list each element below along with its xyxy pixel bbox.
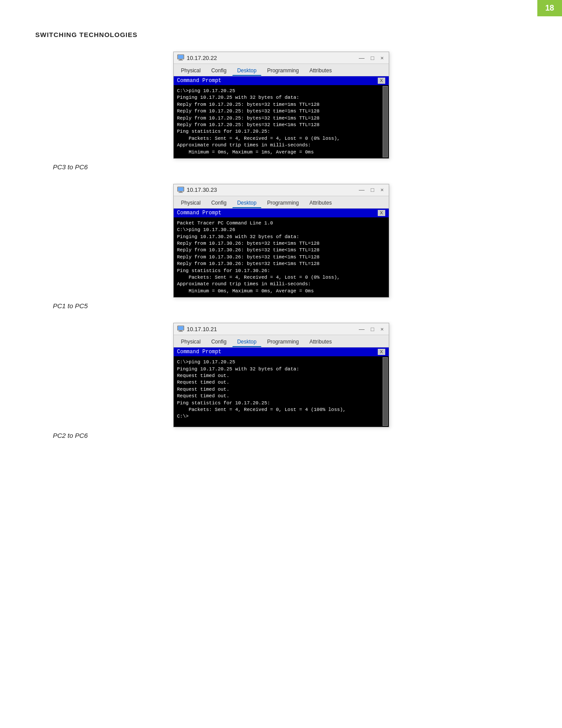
cmd-line: C:\>ping 10.17.20.25 [177,359,385,366]
cmd-body-2: Packet Tracer PC Command Line 1.0C:\>pin… [174,217,389,297]
caption-1: PC3 to PC6 [53,163,527,171]
svg-rect-10 [179,331,183,332]
titlebar-2: 10.17.30.23—□× [174,184,389,196]
tab-programming[interactable]: Programming [262,66,304,76]
tab-programming[interactable]: Programming [262,198,304,208]
tab-physical[interactable]: Physical [176,198,206,208]
tab-programming[interactable]: Programming [262,337,304,347]
os-window-2: 10.17.30.23—□×PhysicalConfigDesktopProgr… [173,184,389,298]
section-title: SWITCHING TECHNOLOGIES [35,31,527,38]
cmd-title-label: Command Prompt [177,210,222,216]
cmd-line: C:\>ping 10.17.20.25 [177,88,385,94]
cmd-header-2: Command PromptX [174,209,389,217]
cmd-header-3: Command PromptX [174,347,389,356]
window-title-2: 10.17.30.23 [187,187,217,193]
tab-config[interactable]: Config [206,66,231,76]
svg-rect-11 [178,326,183,330]
cmd-line: Packets: Sent = 4, Received = 4, Lost = … [177,274,385,281]
tab-attributes[interactable]: Attributes [305,337,337,347]
tab-desktop[interactable]: Desktop [232,337,261,347]
minimize-button[interactable]: — [357,326,366,332]
cmd-close-button[interactable]: X [378,349,385,355]
svg-rect-2 [179,60,183,60]
svg-rect-1 [179,59,182,60]
cmd-line: Packet Tracer PC Command Line 1.0 [177,220,385,227]
window-wrapper-1: 10.17.20.22—□×PhysicalConfigDesktopProgr… [35,52,527,159]
cmd-line: Ping statistics for 10.17.20.25: [177,400,385,407]
svg-rect-5 [179,191,182,192]
tab-desktop[interactable]: Desktop [232,66,261,76]
cmd-line: Reply from 10.17.20.25: bytes=32 time<1m… [177,122,385,128]
cmd-line: Pinging 10.17.20.25 with 32 bytes of dat… [177,94,385,101]
window-title-3: 10.17.10.21 [187,326,217,332]
cmd-line: Packets: Sent = 4, Received = 0, Lost = … [177,407,385,413]
tab-config[interactable]: Config [206,337,231,347]
cmd-line: Pinging 10.17.30.26 with 32 bytes of dat… [177,234,385,240]
cmd-line: Request timed out. [177,393,385,399]
page-number: 18 [537,0,562,16]
cmd-wrapper-3: Command PromptXC:\>ping 10.17.20.25Pingi… [174,347,389,427]
window-title-1: 10.17.20.22 [187,55,217,61]
tab-physical[interactable]: Physical [176,66,206,76]
cmd-line: Approximate round trip times in milli-se… [177,281,385,287]
tab-bar-3: PhysicalConfigDesktopProgrammingAttribut… [174,335,389,347]
cmd-wrapper-2: Command PromptXPacket Tracer PC Command … [174,209,389,297]
svg-rect-9 [179,330,182,331]
cmd-line: Approximate round trip times in milli-se… [177,142,385,149]
tab-config[interactable]: Config [206,198,231,208]
tab-bar-1: PhysicalConfigDesktopProgrammingAttribut… [174,64,389,76]
cmd-title-label: Command Prompt [177,349,222,355]
monitor-icon [177,325,184,332]
cmd-line: Minimum = 0ms, Maximum = 0ms, Average = … [177,288,385,295]
cmd-line: Reply from 10.17.20.25: bytes=32 time<1m… [177,115,385,122]
cmd-close-button[interactable]: X [378,78,385,84]
cmd-line: Ping statistics for 10.17.20.25: [177,128,385,135]
cmd-line: Request timed out. [177,379,385,386]
svg-rect-3 [178,55,183,59]
cmd-line: Reply from 10.17.30.26: bytes=32 time<1m… [177,240,385,247]
maximize-button[interactable]: □ [369,326,376,332]
cmd-line: Ping statistics for 10.17.30.26: [177,268,385,274]
close-button[interactable]: × [379,187,385,193]
cmd-line: Pinging 10.17.20.25 with 32 bytes of dat… [177,366,385,373]
monitor-icon [177,54,184,61]
cmd-line: Request timed out. [177,373,385,379]
cmd-line: Minimum = 0ms, Maximum = 1ms, Average = … [177,149,385,156]
cmd-line: Reply from 10.17.20.25: bytes=32 time=1m… [177,101,385,108]
cmd-close-button[interactable]: X [378,210,385,216]
cmd-line: Reply from 10.17.30.26: bytes=32 time<1m… [177,254,385,261]
cmd-line: Reply from 10.17.30.26: bytes=32 time<1m… [177,247,385,254]
window-wrapper-2: 10.17.30.23—□×PhysicalConfigDesktopProgr… [35,184,527,298]
cmd-line: Packets: Sent = 4, Received = 4, Lost = … [177,135,385,142]
cmd-line: Request timed out. [177,386,385,393]
tab-attributes[interactable]: Attributes [305,198,337,208]
close-button[interactable]: × [379,55,385,61]
cmd-line: C:\>ping 10.17.30.26 [177,227,385,233]
titlebar-1: 10.17.20.22—□× [174,52,389,64]
caption-3: PC2 to PC6 [53,432,527,439]
cmd-line: Reply from 10.17.20.25: bytes=32 time=1m… [177,108,385,115]
maximize-button[interactable]: □ [369,55,376,61]
maximize-button[interactable]: □ [369,187,376,193]
cmd-title-label: Command Prompt [177,78,222,84]
cmd-line: C:\> [177,413,385,420]
minimize-button[interactable]: — [357,187,366,193]
caption-2: PC1 to PC5 [53,302,527,310]
svg-rect-7 [178,187,183,191]
cmd-body-1: C:\>ping 10.17.20.25Pinging 10.17.20.25 … [174,85,389,158]
svg-rect-6 [179,192,183,193]
window-wrapper-3: 10.17.10.21—□×PhysicalConfigDesktopProgr… [35,323,527,427]
minimize-button[interactable]: — [357,55,366,61]
cmd-wrapper-1: Command PromptXC:\>ping 10.17.20.25Pingi… [174,76,389,158]
os-window-1: 10.17.20.22—□×PhysicalConfigDesktopProgr… [173,52,389,159]
tab-bar-2: PhysicalConfigDesktopProgrammingAttribut… [174,196,389,209]
cmd-header-1: Command PromptX [174,76,389,85]
tab-attributes[interactable]: Attributes [305,66,337,76]
os-window-3: 10.17.10.21—□×PhysicalConfigDesktopProgr… [173,323,389,427]
titlebar-3: 10.17.10.21—□× [174,323,389,335]
tab-physical[interactable]: Physical [176,337,206,347]
cmd-body-3: C:\>ping 10.17.20.25Pinging 10.17.20.25 … [174,356,389,427]
cmd-line: Reply from 10.17.30.26: bytes=32 time<1m… [177,261,385,267]
tab-desktop[interactable]: Desktop [232,198,261,208]
close-button[interactable]: × [379,326,385,332]
